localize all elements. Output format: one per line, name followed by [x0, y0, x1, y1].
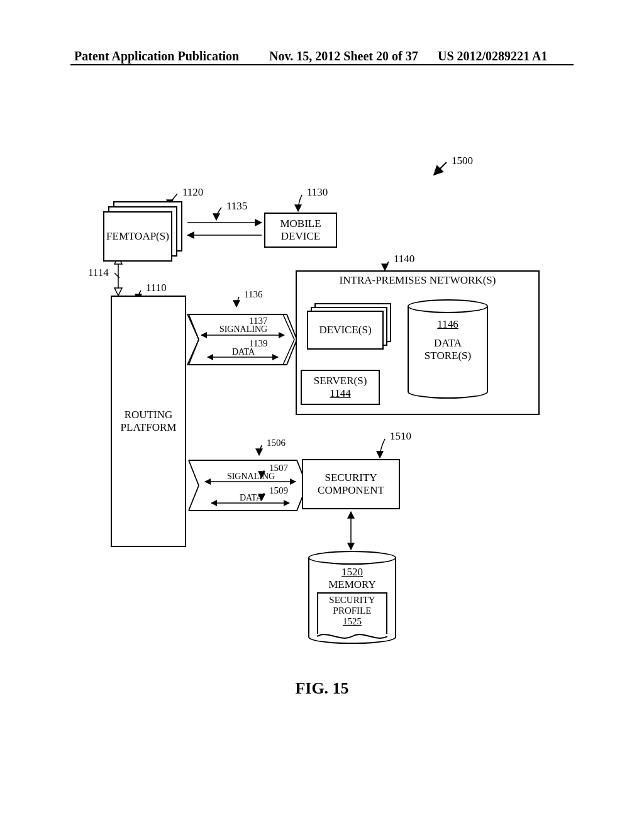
ref-1110: 1110	[146, 282, 167, 294]
sec-profile-l2: PROFILE	[333, 606, 372, 616]
ipnet-title: INTRA-PREMISES NETWORK(S)	[297, 274, 538, 287]
seccomp-label-2: COMPONENT	[318, 484, 384, 497]
seccomp-label-1: SECURITY	[325, 472, 377, 484]
femto-stack-front: FEMTO AP(S)	[103, 211, 172, 262]
sec-profile-l1: SECURITY	[329, 595, 375, 605]
ds-l1: DATA	[434, 337, 462, 349]
memory-text: MEMORY	[328, 578, 376, 590]
servers-ref: 1144	[330, 387, 350, 400]
femto-label-2: AP(S)	[142, 230, 169, 243]
routing-label-1: ROUTING	[125, 409, 173, 421]
data-stores-cylinder: 1146 DATA STORE(S)	[408, 299, 488, 399]
cylinder-bottom	[408, 385, 488, 399]
ref-1114: 1114	[88, 267, 109, 279]
bus2-signaling-label: SIGNALING	[211, 472, 291, 482]
ref-1506: 1506	[267, 438, 286, 448]
svg-marker-6	[187, 314, 294, 365]
bus1-signaling-label: SIGNALING	[204, 324, 283, 335]
header-mid: Nov. 15, 2012 Sheet 20 of 37	[269, 49, 418, 64]
femto-label-1: FEMTO	[106, 230, 142, 243]
security-profile-box: SECURITY PROFILE 1525	[317, 592, 387, 634]
bus2-data-label: DATA	[211, 493, 291, 503]
page: Patent Application Publication Nov. 15, …	[0, 0, 644, 830]
wavy-bottom-icon	[317, 631, 387, 639]
mobile-label-2: DEVICE	[281, 230, 320, 243]
security-component-box: SECURITY COMPONENT	[302, 459, 400, 509]
memory-cylinder: 1520 MEMORY SECURITY PROFILE 1525	[308, 551, 396, 644]
devices-stack-front: DEVICE(S)	[307, 311, 384, 350]
ref-1140: 1140	[394, 253, 414, 265]
femto-ap-stack: FEMTO AP(S)	[103, 201, 196, 258]
header-left: Patent Application Publication	[74, 49, 239, 64]
ds-l2: STORE(S)	[425, 350, 471, 362]
routing-platform-box: ROUTING PLATFORM	[111, 296, 186, 547]
ref-1135: 1135	[226, 200, 247, 213]
header-rule	[70, 64, 574, 65]
data-stores-label: 1146 DATA STORE(S)	[408, 318, 488, 362]
figure-caption: FIG. 15	[0, 679, 644, 698]
devices-stack: DEVICE(S)	[307, 303, 395, 353]
svg-marker-7	[187, 314, 294, 365]
mobile-label-1: MOBILE	[280, 218, 321, 230]
memory-ref: 1520	[308, 566, 396, 578]
diagram: 1500 1120 1135 1130 1140 1142 1114 1110 …	[75, 151, 566, 667]
data-stores-ref: 1146	[408, 318, 488, 331]
bus1-data-label: DATA	[204, 347, 283, 357]
servers-box: SERVER(S) 1144	[301, 370, 380, 405]
mobile-device-box: MOBILE DEVICE	[264, 213, 337, 248]
ref-1500: 1500	[452, 155, 473, 167]
routing-label-2: PLATFORM	[121, 421, 177, 434]
ref-1130: 1130	[307, 186, 328, 199]
memory-label: 1520 MEMORY	[308, 566, 396, 591]
servers-label: SERVER(S)	[314, 375, 367, 387]
ref-1510: 1510	[390, 430, 411, 443]
cylinder-top	[308, 551, 396, 565]
sec-profile-ref: 1525	[343, 616, 362, 626]
svg-marker-3	[114, 288, 122, 296]
cylinder-top	[408, 299, 488, 313]
ref-1136: 1136	[244, 289, 262, 300]
header-right: US 2012/0289221 A1	[438, 49, 547, 64]
devices-label: DEVICE(S)	[319, 324, 371, 336]
ref-1120: 1120	[182, 186, 203, 199]
